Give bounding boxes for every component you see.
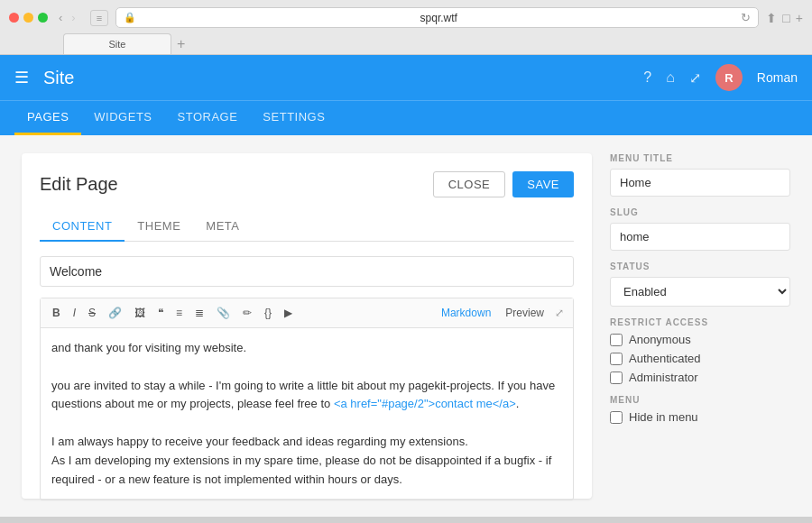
administrator-checkbox-label[interactable]: Administrator [610, 371, 790, 384]
nav-settings[interactable]: SETTINGS [250, 101, 337, 135]
second-nav: PAGES WIDGETS STORAGE SETTINGS [0, 100, 812, 135]
bookmark-button[interactable]: □ [782, 11, 789, 25]
editor-container: B I S 🔗 🖼 ❝ ≡ ≣ 📎 ✏ {} ▶ Markdown Previe… [40, 298, 574, 500]
save-button[interactable]: SAVE [512, 171, 574, 197]
administrator-label: Administrator [629, 371, 698, 384]
authenticated-checkbox-label[interactable]: Authenticated [610, 352, 790, 365]
menu-title-section: MENU TITLE [610, 153, 790, 197]
site-title: Site [43, 68, 643, 88]
minimize-window-button[interactable] [23, 13, 33, 23]
hamburger-icon[interactable]: ☰ [14, 68, 29, 87]
expand-editor-icon[interactable]: ⤢ [553, 305, 566, 321]
edit-header: Edit Page CLOSE SAVE [40, 171, 574, 197]
restrict-access-label: RESTRICT ACCESS [610, 317, 790, 327]
link-button[interactable]: 🔗 [104, 304, 126, 322]
status-select[interactable]: Enabled Disabled [610, 277, 790, 307]
app-container: ☰ Site ? ⌂ ⤢ R Roman PAGES WIDGETS STORA… [0, 55, 812, 517]
user-name: Roman [757, 70, 798, 85]
top-nav: ☰ Site ? ⌂ ⤢ R Roman [0, 55, 812, 100]
nav-storage[interactable]: STORAGE [165, 101, 251, 135]
authenticated-label: Authenticated [629, 352, 701, 365]
page-title: Edit Page [40, 174, 118, 195]
lock-icon: 🔒 [124, 12, 136, 23]
code-button[interactable]: {} [260, 304, 276, 322]
anonymous-checkbox-label[interactable]: Anonymous [610, 333, 790, 346]
menu-section: MENU Hide in menu [610, 395, 790, 424]
reload-button[interactable]: ↻ [741, 11, 751, 24]
expand-icon[interactable]: ⤢ [689, 69, 701, 87]
help-icon[interactable]: ? [643, 69, 651, 86]
forward-button[interactable]: › [68, 9, 78, 26]
video-button[interactable]: ▶ [280, 304, 297, 322]
ul-button[interactable]: ≡ [171, 304, 187, 322]
menu-title-input[interactable] [610, 169, 790, 197]
nav-widgets[interactable]: WIDGETS [81, 101, 164, 135]
browser-chrome: ‹ › ≡ 🔒 spqr.wtf ↻ ⬆ □ + Site + [0, 0, 812, 55]
avatar[interactable]: R [715, 64, 743, 91]
share-button[interactable]: ⬆ [766, 11, 777, 25]
header-buttons: CLOSE SAVE [433, 171, 574, 197]
italic-button[interactable]: I [69, 304, 80, 322]
editor-toolbar: B I S 🔗 🖼 ❝ ≡ ≣ 📎 ✏ {} ▶ Markdown Previe… [41, 298, 573, 328]
strikethrough-button[interactable]: S [84, 304, 100, 322]
authenticated-checkbox[interactable] [610, 353, 623, 365]
anonymous-checkbox[interactable] [610, 334, 623, 346]
right-sidebar: MENU TITLE SLUG STATUS Enabled Disabled … [610, 153, 790, 499]
administrator-checkbox[interactable] [610, 372, 623, 384]
markdown-label[interactable]: Markdown [436, 305, 496, 321]
attach-button[interactable]: 📎 [212, 304, 235, 322]
status-label: STATUS [610, 262, 790, 271]
top-nav-icons: ? ⌂ ⤢ R Roman [643, 64, 798, 91]
status-section: STATUS Enabled Disabled [610, 262, 790, 307]
ol-button[interactable]: ≣ [190, 304, 208, 322]
slug-section: SLUG [610, 207, 790, 251]
quote-button[interactable]: ❝ [153, 304, 168, 322]
pencil-button[interactable]: ✏ [238, 304, 256, 322]
editor-line-3: I am always happy to receive your feedba… [51, 433, 562, 452]
menu-title-label: MENU TITLE [610, 153, 790, 163]
editor-line-4: As I am developing my extensions in my s… [51, 452, 562, 490]
close-window-button[interactable] [9, 13, 19, 23]
maximize-window-button[interactable] [38, 13, 48, 23]
url-display: spqr.wtf [142, 12, 735, 24]
tab-content[interactable]: CONTENT [40, 212, 125, 242]
editor-line-1: and thank you for visiting my website. [51, 339, 562, 358]
tab-theme[interactable]: THEME [125, 212, 193, 241]
slug-input[interactable] [610, 223, 790, 251]
tab-bar: Site + [9, 33, 803, 54]
title-field [40, 256, 574, 287]
menu-checkboxes: Hide in menu [610, 410, 790, 424]
restrict-access-section: RESTRICT ACCESS Anonymous Authenticated … [610, 317, 790, 384]
slug-label: SLUG [610, 207, 790, 217]
active-tab[interactable]: Site [63, 33, 171, 54]
edit-tabs: CONTENT THEME META [40, 212, 574, 242]
nav-buttons: ‹ › [55, 9, 79, 26]
image-button[interactable]: 🖼 [130, 304, 150, 322]
bold-button[interactable]: B [48, 304, 65, 322]
traffic-lights [9, 13, 48, 23]
new-tab-button[interactable]: + [796, 11, 803, 25]
access-checkboxes: Anonymous Authenticated Administrator [610, 333, 790, 384]
back-button[interactable]: ‹ [55, 9, 66, 26]
nav-pages[interactable]: PAGES [14, 101, 81, 135]
preview-label[interactable]: Preview [500, 305, 549, 321]
browser-actions: ⬆ □ + [766, 11, 803, 25]
home-icon[interactable]: ⌂ [666, 69, 675, 86]
main-content: Edit Page CLOSE SAVE CONTENT THEME META … [0, 135, 812, 517]
edit-area: Edit Page CLOSE SAVE CONTENT THEME META … [22, 153, 592, 499]
anonymous-label: Anonymous [629, 333, 691, 346]
hide-in-menu-text: Hide in menu [629, 410, 698, 424]
editor-content[interactable]: and thank you for visiting my website. y… [41, 328, 573, 500]
title-input[interactable] [40, 256, 574, 287]
add-tab-button[interactable]: + [171, 36, 190, 52]
hide-in-menu-label[interactable]: Hide in menu [610, 410, 790, 424]
address-bar: 🔒 spqr.wtf ↻ [115, 7, 759, 28]
menu-section-label: MENU [610, 395, 790, 405]
reader-button[interactable]: ≡ [90, 10, 108, 26]
tab-meta[interactable]: META [193, 212, 252, 241]
close-button[interactable]: CLOSE [433, 171, 506, 197]
contact-link[interactable]: <a href="#page/2">contact me</a> [334, 397, 516, 410]
editor-line-2: you are invited to stay a while - I'm go… [51, 377, 562, 415]
hide-in-menu-checkbox[interactable] [610, 411, 623, 424]
